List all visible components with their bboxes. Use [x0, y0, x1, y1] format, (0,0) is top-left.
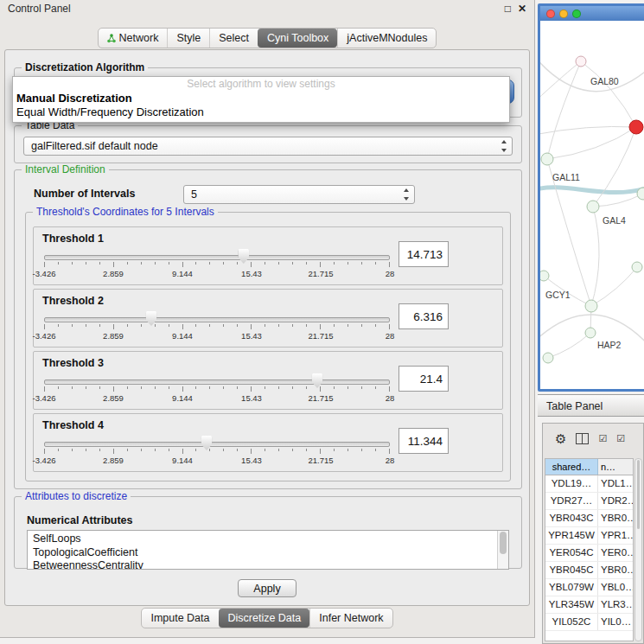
- threshold-slider[interactable]: -3.4262.8599.14415.4321.71528: [44, 437, 390, 468]
- slider-track[interactable]: [44, 255, 390, 260]
- network-view-window[interactable]: GAL80GAL11GAL4GCY1HAP2: [538, 3, 644, 392]
- network-edge: [548, 333, 590, 358]
- table-row[interactable]: YDR27…YDR2…: [545, 493, 633, 510]
- network-node[interactable]: [543, 353, 553, 363]
- network-node[interactable]: [540, 271, 549, 281]
- table-cell: YPR1…: [598, 527, 633, 544]
- threshold-label: Threshold 3: [42, 357, 104, 369]
- dropdown-option-manual-discretization[interactable]: Manual Discretization: [13, 92, 509, 105]
- table-cell: YIL052C: [545, 614, 598, 630]
- traffic-light-close-icon[interactable]: [546, 10, 555, 18]
- network-canvas[interactable]: GAL80GAL11GAL4GCY1HAP2: [540, 21, 644, 389]
- restore-icon[interactable]: □: [505, 0, 511, 17]
- node-table: shared…n… YDL19…YDL1…YDR27…YDR2…YBR043CY…: [545, 458, 634, 641]
- table-cell: YPR145W: [545, 527, 598, 544]
- threshold-slider[interactable]: -3.4262.8599.14415.4321.71528: [44, 374, 390, 405]
- table-row[interactable]: YBL079WYBL0…: [545, 579, 633, 596]
- threshold-label: Threshold 4: [42, 419, 104, 431]
- network-node[interactable]: [585, 300, 597, 312]
- apply-button[interactable]: Apply: [238, 579, 296, 597]
- tab-cyni-toolbox[interactable]: Cyni Toolbox: [258, 29, 337, 48]
- bottom-tabbar: Impute DataDiscretize DataInfer Network: [0, 608, 534, 628]
- dropdown-option-equal-width-frequency[interactable]: Equal Width/Frequency Discretization: [13, 105, 509, 119]
- traffic-light-zoom-icon[interactable]: [572, 10, 581, 18]
- table-data-group: Table Data galFiltered.sif default node: [14, 125, 522, 163]
- table-data-value: galFiltered.sif default node: [31, 140, 158, 152]
- threshold-value-field[interactable]: 14.713: [399, 241, 449, 267]
- listbox-scrollbar[interactable]: [497, 531, 508, 569]
- list-item[interactable]: SelfLoops: [33, 532, 496, 546]
- tab-select[interactable]: Select: [209, 29, 258, 48]
- tab-style[interactable]: Style: [167, 29, 209, 48]
- threshold-label: Threshold 2: [42, 295, 104, 307]
- table-panel: ⚙ ☑ ☑ shared…n… YDL19…YDL1…YDR27…YDR2…YB…: [542, 423, 644, 644]
- network-node[interactable]: [587, 201, 599, 213]
- table-row[interactable]: YER054CYER0…: [545, 545, 633, 562]
- titlebar[interactable]: Control Panel □ ✕: [0, 0, 534, 17]
- slider-track[interactable]: [44, 317, 390, 322]
- threshold-slider[interactable]: -3.4262.8599.14415.4321.71528: [44, 250, 390, 281]
- list-item[interactable]: TopologicalCoefficient: [33, 546, 496, 560]
- table-cell: YDL19…: [545, 475, 598, 492]
- slider-tick-labels: -3.4262.8599.14415.4321.71528: [44, 269, 390, 278]
- checkbox-icon[interactable]: ☑: [598, 434, 607, 443]
- table-row[interactable]: YPR145WYPR1…: [545, 527, 633, 545]
- network-edge: [593, 127, 636, 207]
- stepper-arrows-icon: [402, 188, 411, 201]
- numerical-attributes-listbox[interactable]: SelfLoopsTopologicalCoefficientBetweenne…: [27, 530, 509, 570]
- threshold-value-field[interactable]: 6.316: [399, 303, 449, 329]
- table-cell: YLR3…: [598, 596, 633, 613]
- network-node[interactable]: [629, 120, 643, 134]
- group-title: Attributes to discretize: [22, 490, 131, 503]
- group-title: Discretization Algorithm: [22, 61, 148, 74]
- network-node-label: GCY1: [545, 290, 571, 300]
- threshold-value-field[interactable]: 11.344: [399, 428, 449, 454]
- bottom-tab-infer-network[interactable]: Infer Network: [309, 609, 392, 628]
- number-of-intervals-combobox[interactable]: 5: [183, 185, 415, 204]
- bottom-tab-discretize-data[interactable]: Discretize Data: [219, 609, 310, 628]
- column-header[interactable]: n…: [598, 459, 633, 475]
- column-header[interactable]: shared…: [545, 459, 598, 475]
- columns-icon[interactable]: [576, 433, 589, 444]
- close-icon[interactable]: ✕: [518, 0, 526, 17]
- number-of-intervals-value: 5: [191, 188, 197, 201]
- network-node[interactable]: [576, 56, 586, 67]
- table-row[interactable]: YBR043CYBR0…: [545, 510, 633, 527]
- table-cell: YLR345W: [545, 596, 598, 613]
- network-node[interactable]: [632, 262, 642, 272]
- tab-label: Infer Network: [319, 612, 383, 624]
- network-node-label: GAL4: [603, 215, 626, 226]
- list-item[interactable]: BetweennessCentrality: [33, 559, 496, 570]
- table-panel-header[interactable]: Table Panel: [538, 394, 644, 417]
- slider-track[interactable]: [44, 379, 390, 385]
- bottom-tab-impute-data[interactable]: Impute Data: [142, 609, 218, 628]
- tab-label: Impute Data: [150, 612, 209, 624]
- table-cell: YBR043C: [545, 510, 598, 526]
- network-window-titlebar[interactable]: [540, 6, 644, 21]
- table-toolbar: ⚙ ☑ ☑: [543, 424, 643, 453]
- tab-label: Cyni Toolbox: [267, 32, 328, 44]
- threshold-value-field[interactable]: 21.4: [399, 366, 449, 392]
- tab-network[interactable]: Network: [99, 29, 168, 48]
- table-row[interactable]: YIL052CYIL0…: [545, 614, 633, 631]
- threshold-row-3: Threshold 3-3.4262.8599.14415.4321.71528…: [33, 351, 503, 410]
- network-node[interactable]: [585, 328, 596, 338]
- threshold-slider[interactable]: -3.4262.8599.14415.4321.71528: [44, 312, 390, 343]
- checkbox-icon[interactable]: ☑: [616, 434, 625, 443]
- network-node[interactable]: [541, 153, 553, 165]
- table-scrollbar[interactable]: [634, 458, 642, 641]
- table-row[interactable]: YBR045CYBR0…: [545, 562, 633, 579]
- table-cell: YDR2…: [598, 493, 633, 509]
- table-data-combobox[interactable]: galFiltered.sif default node: [23, 137, 513, 156]
- slider-track[interactable]: [44, 442, 390, 447]
- gear-icon[interactable]: ⚙: [555, 432, 566, 445]
- slider-ticks: [44, 386, 390, 392]
- slider-tick-labels: -3.4262.8599.14415.4321.71528: [44, 393, 390, 403]
- table-row[interactable]: YDL19…YDL1…: [545, 475, 633, 493]
- control-panel-window: Control Panel □ ✕ NetworkStyleSelectCyni…: [0, 0, 535, 638]
- tab-jactivemnodules[interactable]: jActiveMNodules: [337, 29, 436, 48]
- slider-ticks: [44, 324, 390, 330]
- traffic-light-minimize-icon[interactable]: [559, 10, 568, 18]
- table-row[interactable]: YLR345WYLR3…: [545, 596, 633, 614]
- network-edge: [547, 61, 581, 159]
